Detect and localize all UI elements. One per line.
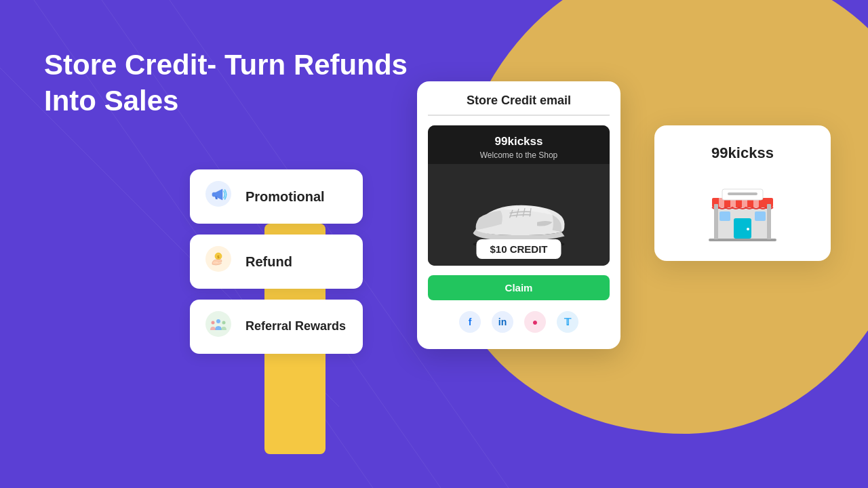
svg-rect-20	[719, 211, 730, 221]
hero-text-block: Store Credit- Turn Refunds Into Sales	[44, 47, 408, 119]
svg-point-10	[212, 321, 215, 325]
store-building-icon	[702, 174, 783, 242]
twitter-icon[interactable]: 𝕋	[557, 311, 578, 333]
refund-card[interactable]: $ Refund	[190, 235, 363, 289]
refund-icon: $	[203, 246, 233, 277]
linkedin-icon[interactable]: in	[492, 311, 513, 333]
email-inner-header: 99kickss Welcome to the Shop	[428, 125, 610, 164]
svg-rect-29	[709, 239, 776, 241]
shop-subtitle: Welcome to the Shop	[435, 150, 603, 160]
svg-rect-28	[728, 192, 757, 195]
svg-point-8	[205, 311, 231, 337]
referral-label: Referral Rewards	[245, 319, 346, 334]
svg-point-19	[747, 228, 749, 230]
refund-label: Refund	[245, 254, 292, 270]
hero-title: Store Credit- Turn Refunds Into Sales	[44, 47, 408, 119]
referral-card[interactable]: Referral Rewards	[190, 300, 363, 354]
promotional-icon	[203, 181, 233, 212]
shop-name: 99kickss	[435, 135, 603, 148]
email-card-title: Store Credit email	[417, 81, 620, 115]
store-card: 99kickss	[654, 125, 831, 261]
svg-rect-31	[767, 204, 771, 239]
svg-point-9	[216, 319, 220, 323]
promotional-label: Promotional	[245, 189, 325, 205]
svg-point-11	[222, 321, 226, 325]
instagram-icon[interactable]: ●	[524, 311, 546, 333]
credit-badge: $10 CREDIT	[476, 239, 561, 259]
referral-icon	[203, 311, 233, 342]
claim-button[interactable]: Claim	[428, 275, 610, 300]
shoe-image: $10 CREDIT	[428, 164, 610, 266]
social-icons: f in ● 𝕋	[417, 311, 620, 333]
facebook-icon[interactable]: f	[459, 311, 481, 333]
feature-card-list: Promotional $ Refund	[190, 169, 363, 354]
email-card-divider	[428, 115, 610, 116]
svg-rect-21	[755, 211, 766, 221]
svg-rect-30	[714, 204, 718, 239]
store-card-name: 99kickss	[711, 144, 774, 162]
email-card-inner: 99kickss Welcome to the Shop	[428, 125, 610, 266]
promotional-card[interactable]: Promotional	[190, 169, 363, 224]
email-card: Store Credit email 99kickss Welcome to t…	[417, 81, 620, 349]
